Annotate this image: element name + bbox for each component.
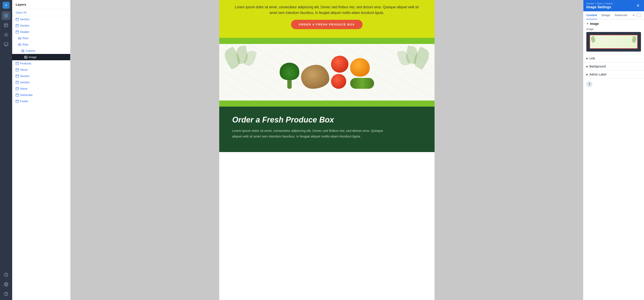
section-icon — [16, 81, 19, 84]
mini-veg-bg — [590, 35, 637, 48]
tab-content[interactable]: Content — [586, 11, 597, 19]
tab-advanced[interactable]: Advanced — [615, 11, 627, 19]
section-icon — [16, 94, 19, 96]
left-toolbar: + — [0, 0, 12, 300]
panel-title: Image Settings — [586, 5, 613, 9]
veg-arrangement — [280, 56, 374, 89]
layer-label: Section — [20, 81, 29, 84]
layer-label: Row — [22, 43, 28, 46]
zucchini — [350, 78, 374, 89]
layer-footer[interactable]: Footer — [12, 98, 70, 104]
history-icon — [4, 272, 8, 277]
admin-label-section-label: Admin Label — [590, 73, 606, 76]
image-icon — [24, 56, 28, 59]
image-preview-thumbnail — [590, 35, 638, 49]
tomato-group — [331, 56, 348, 89]
widgets-button[interactable] — [2, 30, 10, 39]
layer-about-1[interactable]: About — [12, 66, 70, 73]
column-icon — [21, 50, 24, 52]
svg-point-9 — [6, 284, 7, 285]
layout-icon — [4, 23, 8, 28]
layer-row-2[interactable]: Row — [12, 41, 70, 48]
tab-design[interactable]: Design — [601, 11, 610, 19]
svg-rect-23 — [23, 50, 24, 52]
arrow-icon: ▼ — [586, 22, 589, 25]
link-section-label: Link — [590, 56, 595, 60]
row-icon — [18, 37, 21, 40]
svg-rect-28 — [16, 68, 18, 71]
layer-subscribe[interactable]: Subscribe — [12, 92, 70, 98]
link-section-header[interactable]: ▶ Link — [583, 54, 644, 62]
layer-label: Row — [22, 36, 28, 40]
layers-icon — [4, 14, 8, 18]
layer-image[interactable]: Image — [12, 54, 70, 60]
potato — [301, 65, 329, 89]
layers-title: Layers — [16, 2, 26, 6]
layers-button[interactable] — [2, 11, 10, 20]
layer-label: Section — [20, 74, 29, 78]
chevron-down-icon — [632, 14, 635, 16]
panel-view-options — [632, 14, 641, 17]
section-icon — [16, 87, 19, 90]
canvas-page: Lorem ipsum dolor sit amet, consectetur … — [219, 0, 434, 300]
layers-panel: Layers Open All Section Section Header R… — [12, 0, 70, 300]
section-icon — [16, 18, 19, 21]
image-field-label: Image — [586, 28, 641, 31]
image-preview-container[interactable] — [586, 32, 641, 52]
layer-section-2[interactable]: Section — [12, 22, 70, 29]
svg-marker-0 — [4, 14, 8, 16]
panel-header-left: Section > Row > Column Image Settings — [586, 2, 613, 9]
help-icon-button[interactable]: ? — [586, 81, 592, 87]
panel-view-box — [636, 14, 641, 17]
right-panel: Section > Row > Column Image Settings ✕ … — [583, 0, 644, 300]
layer-section-4[interactable]: Section — [12, 79, 70, 86]
close-panel-button[interactable]: ✕ — [635, 2, 641, 9]
layer-row-1[interactable]: Row — [12, 35, 70, 41]
history-button[interactable] — [2, 270, 10, 279]
svg-rect-38 — [16, 100, 18, 102]
canvas-veg-image — [219, 44, 434, 100]
layer-products[interactable]: Products — [12, 60, 70, 66]
svg-rect-36 — [16, 94, 18, 96]
layout-button[interactable] — [2, 21, 10, 30]
svg-rect-20 — [18, 44, 21, 45]
order-lorem: Lorem ipsum dolor sit amet, consectetur … — [232, 128, 384, 139]
background-section-label: Background — [590, 64, 606, 68]
help-button[interactable] — [2, 290, 10, 298]
integrations-button[interactable] — [2, 40, 10, 49]
layer-column[interactable]: Column — [12, 48, 70, 54]
canvas-lorem-text: Lorem ipsum dolor sit amet, consectetur … — [232, 4, 422, 16]
layer-label: Image — [29, 56, 36, 59]
background-section-header[interactable]: ▶ Background — [583, 62, 644, 70]
question-icon — [4, 292, 8, 296]
svg-rect-18 — [18, 38, 21, 39]
layer-section-3[interactable]: Section — [12, 73, 70, 79]
image-section-header[interactable]: ▼ Image — [586, 22, 641, 26]
svg-rect-32 — [16, 81, 18, 84]
layer-label: About — [20, 87, 28, 90]
layer-header[interactable]: Header — [12, 29, 70, 35]
section-icon — [16, 62, 19, 65]
add-element-button[interactable]: + — [2, 2, 10, 9]
broccoli-wrapper — [280, 63, 299, 89]
layer-section-1[interactable]: Section — [12, 16, 70, 22]
layer-label: Subscribe — [20, 93, 32, 96]
cta-button[interactable]: ORDER A FRESH PRODUCE BOX — [291, 20, 362, 29]
svg-rect-16 — [16, 30, 18, 33]
layer-label: Column — [26, 49, 36, 52]
canvas-dark-section: Order a Fresh Produce Box Lorem ipsum do… — [219, 106, 434, 152]
accordion-arrow-icon: ▶ — [586, 73, 588, 76]
layer-about-2[interactable]: About — [12, 86, 70, 92]
svg-rect-12 — [16, 18, 18, 20]
accordion-arrow-icon: ▶ — [586, 65, 588, 68]
admin-label-section-header[interactable]: ▶ Admin Label — [583, 70, 644, 78]
integrations-icon — [4, 42, 8, 46]
panel-tabs: Content Design Advanced — [583, 11, 644, 19]
section-icon — [16, 24, 19, 27]
canvas-green-stripe-bottom — [219, 100, 434, 106]
section-icon — [16, 30, 19, 34]
svg-rect-34 — [16, 87, 18, 90]
open-all-button[interactable]: Open All — [12, 9, 70, 16]
settings-button[interactable] — [2, 280, 10, 289]
section-icon — [16, 74, 19, 78]
